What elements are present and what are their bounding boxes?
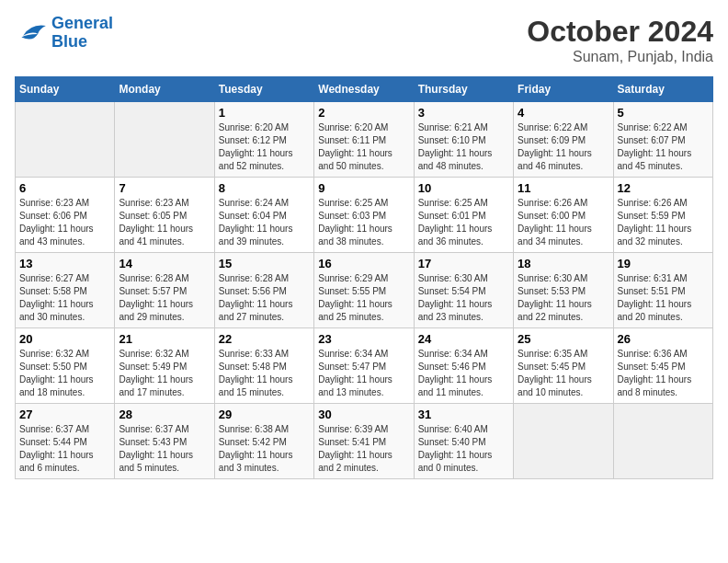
calendar-cell: 6Sunrise: 6:23 AM Sunset: 6:06 PM Daylig…: [16, 178, 115, 253]
calendar-week-row: 20Sunrise: 6:32 AM Sunset: 5:50 PM Dayli…: [16, 328, 713, 404]
day-number: 19: [618, 257, 709, 270]
calendar-cell: 20Sunrise: 6:32 AM Sunset: 5:50 PM Dayli…: [16, 328, 115, 404]
header-friday: Friday: [514, 77, 613, 102]
calendar-cell: 10Sunrise: 6:25 AM Sunset: 6:01 PM Dayli…: [414, 178, 513, 253]
header-wednesday: Wednesday: [314, 77, 414, 102]
day-number: 14: [119, 257, 210, 270]
day-info: Sunrise: 6:22 AM Sunset: 6:09 PM Dayligh…: [518, 121, 609, 173]
calendar-cell: 21Sunrise: 6:32 AM Sunset: 5:49 PM Dayli…: [115, 328, 214, 404]
calendar-table: SundayMondayTuesdayWednesdayThursdayFrid…: [15, 76, 713, 479]
day-info: Sunrise: 6:20 AM Sunset: 6:12 PM Dayligh…: [219, 121, 310, 173]
calendar-cell: 4Sunrise: 6:22 AM Sunset: 6:09 PM Daylig…: [514, 102, 613, 178]
day-info: Sunrise: 6:30 AM Sunset: 5:53 PM Dayligh…: [518, 272, 609, 324]
day-info: Sunrise: 6:21 AM Sunset: 6:10 PM Dayligh…: [418, 121, 509, 173]
day-info: Sunrise: 6:37 AM Sunset: 5:43 PM Dayligh…: [119, 423, 210, 475]
calendar-week-row: 6Sunrise: 6:23 AM Sunset: 6:06 PM Daylig…: [16, 178, 713, 253]
day-info: Sunrise: 6:26 AM Sunset: 5:59 PM Dayligh…: [618, 197, 709, 248]
day-info: Sunrise: 6:25 AM Sunset: 6:03 PM Dayligh…: [318, 197, 409, 248]
calendar-cell: [115, 102, 214, 178]
day-number: 25: [518, 332, 609, 346]
day-number: 1: [219, 106, 310, 120]
day-number: 28: [119, 408, 210, 421]
day-info: Sunrise: 6:40 AM Sunset: 5:40 PM Dayligh…: [418, 423, 509, 475]
day-info: Sunrise: 6:31 AM Sunset: 5:51 PM Dayligh…: [618, 272, 709, 324]
day-info: Sunrise: 6:34 AM Sunset: 5:46 PM Dayligh…: [418, 348, 509, 399]
header-sunday: Sunday: [16, 77, 115, 102]
calendar-cell: 30Sunrise: 6:39 AM Sunset: 5:41 PM Dayli…: [314, 404, 414, 479]
day-number: 12: [618, 181, 709, 195]
calendar-cell: 28Sunrise: 6:37 AM Sunset: 5:43 PM Dayli…: [115, 404, 214, 479]
day-info: Sunrise: 6:36 AM Sunset: 5:45 PM Dayligh…: [618, 348, 709, 399]
calendar-cell: 14Sunrise: 6:28 AM Sunset: 5:57 PM Dayli…: [115, 253, 214, 328]
day-info: Sunrise: 6:35 AM Sunset: 5:45 PM Dayligh…: [518, 348, 609, 399]
day-info: Sunrise: 6:39 AM Sunset: 5:41 PM Dayligh…: [318, 423, 409, 475]
logo-icon: [15, 19, 48, 47]
calendar-cell: 12Sunrise: 6:26 AM Sunset: 5:59 PM Dayli…: [613, 178, 712, 253]
header-monday: Monday: [115, 77, 214, 102]
day-info: Sunrise: 6:34 AM Sunset: 5:47 PM Dayligh…: [318, 348, 409, 399]
logo-text: General Blue: [51, 15, 113, 52]
day-info: Sunrise: 6:28 AM Sunset: 5:57 PM Dayligh…: [119, 272, 210, 324]
day-number: 21: [119, 332, 210, 346]
day-number: 20: [19, 332, 110, 346]
day-info: Sunrise: 6:23 AM Sunset: 6:06 PM Dayligh…: [19, 197, 110, 248]
header-tuesday: Tuesday: [214, 77, 313, 102]
day-number: 18: [518, 257, 609, 270]
calendar-cell: 11Sunrise: 6:26 AM Sunset: 6:00 PM Dayli…: [514, 178, 613, 253]
calendar-cell: 31Sunrise: 6:40 AM Sunset: 5:40 PM Dayli…: [414, 404, 513, 479]
day-number: 11: [518, 181, 609, 195]
calendar-cell: 27Sunrise: 6:37 AM Sunset: 5:44 PM Dayli…: [16, 404, 115, 479]
day-info: Sunrise: 6:30 AM Sunset: 5:54 PM Dayligh…: [418, 272, 509, 324]
day-number: 4: [518, 106, 609, 120]
day-info: Sunrise: 6:37 AM Sunset: 5:44 PM Dayligh…: [19, 423, 110, 475]
day-info: Sunrise: 6:23 AM Sunset: 6:05 PM Dayligh…: [119, 197, 210, 248]
day-number: 31: [418, 408, 509, 421]
day-number: 22: [219, 332, 310, 346]
calendar-week-row: 13Sunrise: 6:27 AM Sunset: 5:58 PM Dayli…: [16, 253, 713, 328]
day-number: 7: [119, 181, 210, 195]
day-number: 3: [418, 106, 509, 120]
page-header: General Blue October 2024 Sunam, Punjab,…: [15, 15, 713, 65]
day-number: 23: [318, 332, 409, 346]
day-number: 16: [318, 257, 409, 270]
day-info: Sunrise: 6:33 AM Sunset: 5:48 PM Dayligh…: [219, 348, 310, 399]
title-block: October 2024 Sunam, Punjab, India: [527, 15, 713, 65]
day-number: 9: [318, 181, 409, 195]
logo: General Blue: [15, 15, 113, 52]
day-number: 27: [19, 408, 110, 421]
calendar-cell: 16Sunrise: 6:29 AM Sunset: 5:55 PM Dayli…: [314, 253, 414, 328]
calendar-cell: 19Sunrise: 6:31 AM Sunset: 5:51 PM Dayli…: [613, 253, 712, 328]
calendar-cell: 26Sunrise: 6:36 AM Sunset: 5:45 PM Dayli…: [613, 328, 712, 404]
calendar-week-row: 27Sunrise: 6:37 AM Sunset: 5:44 PM Dayli…: [16, 404, 713, 479]
day-number: 24: [418, 332, 509, 346]
day-number: 15: [219, 257, 310, 270]
day-number: 17: [418, 257, 509, 270]
location-title: Sunam, Punjab, India: [527, 49, 713, 65]
day-number: 29: [219, 408, 310, 421]
calendar-cell: 29Sunrise: 6:38 AM Sunset: 5:42 PM Dayli…: [214, 404, 313, 479]
calendar-cell: 15Sunrise: 6:28 AM Sunset: 5:56 PM Dayli…: [214, 253, 313, 328]
day-info: Sunrise: 6:27 AM Sunset: 5:58 PM Dayligh…: [19, 272, 110, 324]
header-thursday: Thursday: [414, 77, 513, 102]
calendar-cell: 5Sunrise: 6:22 AM Sunset: 6:07 PM Daylig…: [613, 102, 712, 178]
day-number: 30: [318, 408, 409, 421]
calendar-week-row: 1Sunrise: 6:20 AM Sunset: 6:12 PM Daylig…: [16, 102, 713, 178]
calendar-cell: 1Sunrise: 6:20 AM Sunset: 6:12 PM Daylig…: [214, 102, 313, 178]
day-number: 13: [19, 257, 110, 270]
calendar-cell: 8Sunrise: 6:24 AM Sunset: 6:04 PM Daylig…: [214, 178, 313, 253]
calendar-cell: 17Sunrise: 6:30 AM Sunset: 5:54 PM Dayli…: [414, 253, 513, 328]
day-info: Sunrise: 6:20 AM Sunset: 6:11 PM Dayligh…: [318, 121, 409, 173]
calendar-header-row: SundayMondayTuesdayWednesdayThursdayFrid…: [16, 77, 713, 102]
day-number: 2: [318, 106, 409, 120]
day-number: 6: [19, 181, 110, 195]
day-number: 8: [219, 181, 310, 195]
calendar-cell: 7Sunrise: 6:23 AM Sunset: 6:05 PM Daylig…: [115, 178, 214, 253]
day-info: Sunrise: 6:25 AM Sunset: 6:01 PM Dayligh…: [418, 197, 509, 248]
calendar-cell: 13Sunrise: 6:27 AM Sunset: 5:58 PM Dayli…: [16, 253, 115, 328]
calendar-cell: [514, 404, 613, 479]
day-number: 26: [618, 332, 709, 346]
day-info: Sunrise: 6:32 AM Sunset: 5:49 PM Dayligh…: [119, 348, 210, 399]
day-info: Sunrise: 6:29 AM Sunset: 5:55 PM Dayligh…: [318, 272, 409, 324]
calendar-cell: 3Sunrise: 6:21 AM Sunset: 6:10 PM Daylig…: [414, 102, 513, 178]
calendar-cell: 25Sunrise: 6:35 AM Sunset: 5:45 PM Dayli…: [514, 328, 613, 404]
